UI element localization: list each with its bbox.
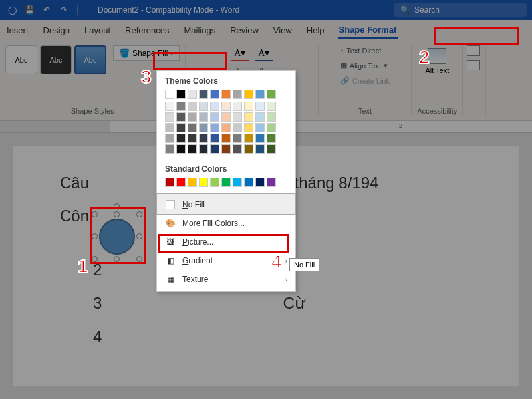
shape-style-2[interactable]: Abc <box>40 45 72 74</box>
color-swatch[interactable] <box>233 102 242 111</box>
color-swatch[interactable] <box>221 102 231 111</box>
resize-handle[interactable] <box>92 256 98 262</box>
tab-design[interactable]: Design <box>42 23 71 38</box>
color-swatch[interactable] <box>244 112 253 122</box>
color-swatch[interactable] <box>199 112 208 122</box>
search-box[interactable]: 🔍 Search <box>394 3 527 17</box>
color-swatch[interactable] <box>188 112 197 122</box>
color-swatch[interactable] <box>267 102 276 111</box>
picture-fill-item[interactable]: 🖼 Picture... <box>157 233 295 251</box>
tab-mailings[interactable]: Mailings <box>183 23 217 38</box>
color-swatch[interactable] <box>188 123 197 132</box>
color-swatch[interactable] <box>221 123 231 132</box>
color-swatch[interactable] <box>199 144 208 154</box>
redo-icon[interactable]: ↷ <box>57 3 70 17</box>
color-swatch[interactable] <box>210 123 219 132</box>
tab-references[interactable]: References <box>124 23 170 38</box>
tab-insert[interactable]: Insert <box>5 23 30 38</box>
color-swatch[interactable] <box>233 112 242 122</box>
color-swatch[interactable] <box>244 144 253 154</box>
color-swatch[interactable] <box>199 178 208 187</box>
no-fill-item[interactable]: No Fill <box>157 194 295 214</box>
resize-handle[interactable] <box>136 256 142 262</box>
color-swatch[interactable] <box>255 123 265 132</box>
text-direction-button[interactable]: ↕Text Directi <box>338 45 386 56</box>
color-swatch[interactable] <box>165 112 174 122</box>
tab-help[interactable]: Help <box>305 23 326 38</box>
color-swatch[interactable] <box>233 90 242 99</box>
color-swatch[interactable] <box>199 90 208 99</box>
autosave-icon[interactable]: ◯ <box>5 3 19 17</box>
color-swatch[interactable] <box>199 123 208 132</box>
color-swatch[interactable] <box>210 90 219 99</box>
color-swatch[interactable] <box>244 178 253 187</box>
color-swatch[interactable] <box>176 134 186 143</box>
color-swatch[interactable] <box>176 123 186 132</box>
more-fill-colors-item[interactable]: 🎨 More Fill Colors... <box>157 214 295 233</box>
shape-style-1[interactable]: Abc <box>5 45 37 74</box>
color-swatch[interactable] <box>176 144 186 154</box>
color-swatch[interactable] <box>255 134 265 143</box>
alt-text-button[interactable]: Alt Text <box>420 45 454 77</box>
resize-handle[interactable] <box>92 233 98 239</box>
resize-handle[interactable] <box>114 211 120 217</box>
color-swatch[interactable] <box>176 178 186 187</box>
color-swatch[interactable] <box>176 112 186 122</box>
color-swatch[interactable] <box>165 102 174 111</box>
color-swatch[interactable] <box>221 178 231 187</box>
color-swatch[interactable] <box>176 102 186 111</box>
color-swatch[interactable] <box>267 144 276 154</box>
color-swatch[interactable] <box>255 102 265 111</box>
resize-handle[interactable] <box>136 211 142 217</box>
color-swatch[interactable] <box>165 144 174 154</box>
color-swatch[interactable] <box>244 90 253 99</box>
gradient-fill-item[interactable]: ◧ Gradient › <box>157 251 295 270</box>
color-swatch[interactable] <box>210 144 219 154</box>
color-swatch[interactable] <box>210 134 219 143</box>
align-text-button[interactable]: ▦Align Text▾ <box>338 60 391 71</box>
color-swatch[interactable] <box>255 90 265 99</box>
color-swatch[interactable] <box>188 178 197 187</box>
resize-handle[interactable] <box>92 211 98 217</box>
wrap-text-icon[interactable] <box>467 60 480 70</box>
color-swatch[interactable] <box>244 123 253 132</box>
color-swatch[interactable] <box>267 134 276 143</box>
resize-handle[interactable] <box>136 233 142 239</box>
color-swatch[interactable] <box>176 90 186 99</box>
color-swatch[interactable] <box>199 102 208 111</box>
color-swatch[interactable] <box>210 178 219 187</box>
color-swatch[interactable] <box>165 178 174 187</box>
color-swatch[interactable] <box>267 112 276 122</box>
color-swatch[interactable] <box>221 112 231 122</box>
color-swatch[interactable] <box>267 90 276 99</box>
tab-layout[interactable]: Layout <box>83 23 112 38</box>
text-outline-icon[interactable]: A▾ <box>255 45 273 61</box>
texture-fill-item[interactable]: ▦ Texture › <box>157 270 295 291</box>
color-swatch[interactable] <box>165 134 174 143</box>
color-swatch[interactable] <box>255 178 265 187</box>
color-swatch[interactable] <box>233 134 242 143</box>
color-swatch[interactable] <box>221 134 231 143</box>
color-swatch[interactable] <box>165 90 174 99</box>
color-swatch[interactable] <box>199 134 208 143</box>
color-swatch[interactable] <box>165 123 174 132</box>
color-swatch[interactable] <box>267 178 276 187</box>
tab-review[interactable]: Review <box>229 23 260 38</box>
selected-circle-shape[interactable] <box>93 213 141 261</box>
color-swatch[interactable] <box>188 144 197 154</box>
color-swatch[interactable] <box>188 134 197 143</box>
save-icon[interactable]: 💾 <box>23 3 36 17</box>
tab-view[interactable]: View <box>272 23 293 38</box>
color-swatch[interactable] <box>188 90 197 99</box>
rotation-handle[interactable] <box>114 203 120 209</box>
color-swatch[interactable] <box>233 123 242 132</box>
tab-shape-format[interactable]: Shape Format <box>338 22 398 39</box>
shape-style-3[interactable]: Abc <box>74 45 106 74</box>
color-swatch[interactable] <box>255 144 265 154</box>
color-swatch[interactable] <box>188 102 197 111</box>
color-swatch[interactable] <box>221 90 231 99</box>
color-swatch[interactable] <box>244 102 253 111</box>
position-icon[interactable] <box>467 45 480 56</box>
color-swatch[interactable] <box>210 102 219 111</box>
color-swatch[interactable] <box>210 112 219 122</box>
